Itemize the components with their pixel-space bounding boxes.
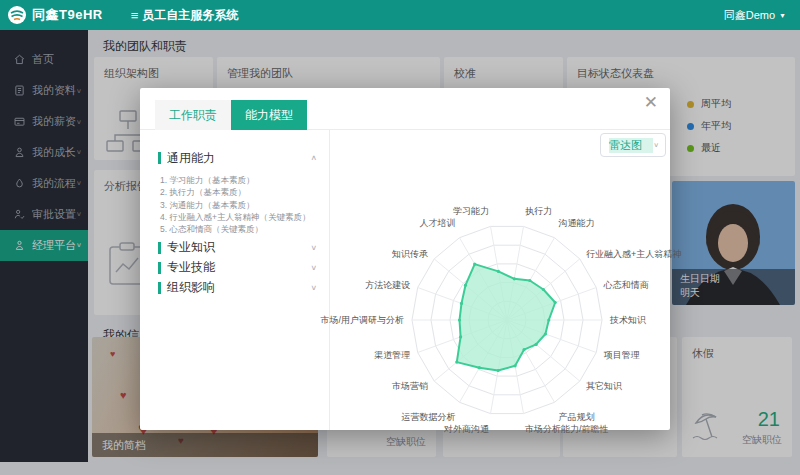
radar-data-point: [523, 348, 526, 351]
radar-data-point: [544, 332, 547, 335]
section-title: 通用能力: [167, 150, 310, 167]
section-title: 组织影响: [167, 279, 310, 296]
radar-axis-label: 知识传承: [392, 249, 428, 259]
competency-item: 4. 行业融入感+主人翁精神（关键素质）: [160, 211, 317, 223]
radar-axis-label: 项目管理: [604, 350, 640, 360]
logo-icon: [8, 6, 26, 24]
radar-data-point: [497, 369, 500, 372]
radar-axis-label: 行业融入感+主人翁精神: [586, 249, 681, 259]
radar-axis-label: 沟通能力: [558, 218, 595, 228]
radar-data-point: [513, 277, 516, 280]
competency-section: 专业技能∨: [158, 260, 317, 276]
competency-item: 1. 学习能力（基本素质）: [160, 174, 317, 186]
caret-down-icon: ▼: [779, 12, 786, 19]
competency-item-list: 1. 学习能力（基本素质）2. 执行力（基本素质）3. 沟通能力（基本素质）4.…: [160, 174, 317, 236]
radar-data-point: [547, 318, 550, 321]
competency-item: 3. 沟通能力（基本素质）: [160, 199, 317, 211]
radar-data-point: [473, 263, 476, 266]
close-icon[interactable]: ✕: [644, 94, 658, 111]
radar-axis-label: 市场营销: [392, 381, 428, 391]
radar-data-point: [528, 279, 531, 282]
radar-axis-label: 人才培训: [420, 218, 456, 228]
competency-section-header[interactable]: 组织影响∨: [158, 280, 317, 296]
tab-job-duties[interactable]: 工作职责: [155, 100, 231, 130]
competency-item: 5. 心态和情商（关键素质）: [160, 223, 317, 235]
radar-axis-label: 产品规划: [559, 412, 595, 422]
radar-data-point: [459, 335, 462, 338]
radar-axis-label: 技术知识: [609, 315, 646, 325]
radar-axis-label: 市场分析能力/前瞻性: [525, 424, 609, 434]
radar-axis-label: 执行力: [525, 206, 552, 216]
section-title: 专业知识: [167, 239, 310, 256]
chevron-up-icon: ∧: [310, 154, 317, 162]
competency-section-header[interactable]: 专业技能∨: [158, 260, 317, 276]
user-menu[interactable]: 同鑫Demo ▼: [724, 8, 786, 23]
radar-chart: 学习能力执行力沟通能力行业融入感+主人翁精神心态和情商技术知识项目管理其它知识产…: [330, 130, 670, 430]
competency-section: 通用能力∧1. 学习能力（基本素质）2. 执行力（基本素质）3. 沟通能力（基本…: [158, 150, 317, 236]
section-accent-bar: [158, 262, 161, 274]
radar-axis-label: 心态和情商: [603, 280, 649, 290]
radar-data-point: [455, 361, 458, 364]
section-accent-bar: [158, 242, 161, 254]
radar-axis-label: 渠道管理: [374, 350, 410, 360]
menu-icon[interactable]: ≡: [131, 8, 139, 23]
section-title: 专业技能: [167, 259, 310, 276]
radar-data-point: [460, 302, 463, 305]
section-accent-bar: [158, 282, 161, 294]
radar-data-point: [542, 288, 545, 291]
radar-axis-label: 运营数据分析: [402, 412, 456, 422]
radar-data-point: [458, 318, 461, 321]
radar-axis-label: 方法论建设: [365, 280, 410, 290]
chevron-down-icon: ∨: [310, 264, 317, 272]
tab-competency-model[interactable]: 能力模型: [231, 100, 307, 130]
competency-modal: ✕ 工作职责 能力模型 通用能力∧1. 学习能力（基本素质）2. 执行力（基本素…: [140, 88, 670, 430]
radar-axis-label: 其它知识: [586, 381, 622, 391]
chart-panel: 雷达图 ∨ 学习能力执行力沟通能力行业融入感+主人翁精神心态和情商技术知识项目管…: [330, 130, 670, 430]
radar-data-point: [514, 364, 517, 367]
competency-sections: 通用能力∧1. 学习能力（基本素质）2. 执行力（基本素质）3. 沟通能力（基本…: [140, 130, 330, 430]
app-title: 员工自主服务系统: [142, 7, 238, 24]
competency-section-header[interactable]: 通用能力∧: [158, 150, 317, 166]
radar-data-point: [478, 366, 481, 369]
chevron-down-icon: ∨: [310, 284, 317, 292]
competency-section: 组织影响∨: [158, 280, 317, 296]
radar-data-polygon: [457, 264, 555, 370]
radar-data-point: [535, 343, 538, 346]
logo-text: 同鑫T9eHR: [32, 6, 103, 24]
app-header: 同鑫T9eHR ≡ 员工自主服务系统 同鑫Demo ▼: [0, 0, 800, 30]
radar-axis-label: 学习能力: [453, 206, 489, 216]
chevron-down-icon: ∨: [310, 244, 317, 252]
radar-axis-label: 市场/用户调研与分析: [320, 315, 404, 325]
radar-data-point: [464, 284, 467, 287]
competency-item: 2. 执行力（基本素质）: [160, 186, 317, 198]
competency-section-header[interactable]: 专业知识∨: [158, 240, 317, 256]
competency-section: 专业知识∨: [158, 240, 317, 256]
modal-tabs: 工作职责 能力模型: [140, 88, 670, 130]
radar-axis-label: 对外商沟通: [443, 424, 489, 434]
radar-data-point: [497, 270, 500, 273]
user-menu-label: 同鑫Demo: [724, 8, 775, 23]
section-accent-bar: [158, 152, 161, 164]
radar-data-point: [554, 301, 557, 304]
